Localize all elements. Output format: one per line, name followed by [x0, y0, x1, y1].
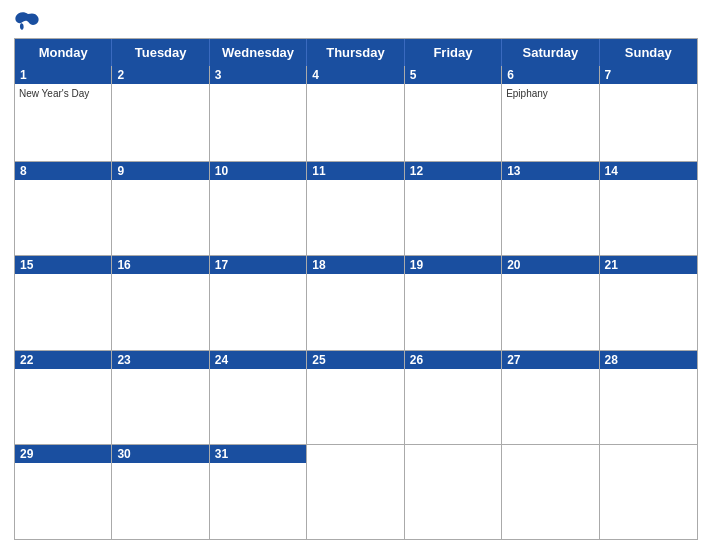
cell-number: 17	[210, 256, 306, 274]
calendar-cell: 4	[307, 66, 404, 161]
calendar-cell: 10	[210, 162, 307, 256]
calendar-cell: 19	[405, 256, 502, 350]
calendar-week-2: 891011121314	[15, 161, 697, 256]
calendar-cell: 7	[600, 66, 697, 161]
calendar-cell: 12	[405, 162, 502, 256]
calendar-cell	[600, 445, 697, 539]
cell-number: 7	[600, 66, 697, 84]
header-day-saturday: Saturday	[502, 39, 599, 66]
calendar-cell: 18	[307, 256, 404, 350]
cell-number: 28	[600, 351, 697, 369]
cell-number: 4	[307, 66, 403, 84]
header-day-friday: Friday	[405, 39, 502, 66]
calendar-cell: 30	[112, 445, 209, 539]
calendar-cell: 17	[210, 256, 307, 350]
header	[14, 10, 698, 32]
cell-number: 12	[405, 162, 501, 180]
cell-number: 22	[15, 351, 111, 369]
calendar-cell: 21	[600, 256, 697, 350]
cell-holiday: New Year's Day	[15, 86, 111, 101]
calendar-cell: 31	[210, 445, 307, 539]
calendar-cell: 28	[600, 351, 697, 445]
logo-bird-icon	[14, 10, 42, 32]
cell-holiday: Epiphany	[502, 86, 598, 101]
cell-number: 26	[405, 351, 501, 369]
cell-number: 20	[502, 256, 598, 274]
cell-number: 16	[112, 256, 208, 274]
calendar-body: 1New Year's Day23456Epiphany789101112131…	[15, 66, 697, 539]
cell-number: 10	[210, 162, 306, 180]
header-day-monday: Monday	[15, 39, 112, 66]
cell-number: 31	[210, 445, 306, 463]
cell-number: 23	[112, 351, 208, 369]
cell-number	[600, 445, 697, 449]
cell-number: 8	[15, 162, 111, 180]
calendar-cell: 14	[600, 162, 697, 256]
calendar-cell: 5	[405, 66, 502, 161]
logo	[14, 10, 46, 32]
header-day-sunday: Sunday	[600, 39, 697, 66]
calendar-cell: 29	[15, 445, 112, 539]
calendar-cell: 16	[112, 256, 209, 350]
cell-number: 11	[307, 162, 403, 180]
calendar-cell: 3	[210, 66, 307, 161]
header-day-tuesday: Tuesday	[112, 39, 209, 66]
calendar-cell: 27	[502, 351, 599, 445]
cell-number: 21	[600, 256, 697, 274]
cell-number: 13	[502, 162, 598, 180]
calendar-cell: 13	[502, 162, 599, 256]
calendar-cell: 25	[307, 351, 404, 445]
cell-number	[307, 445, 403, 449]
calendar-cell: 15	[15, 256, 112, 350]
cell-number: 15	[15, 256, 111, 274]
calendar: MondayTuesdayWednesdayThursdayFridaySatu…	[14, 38, 698, 540]
header-day-wednesday: Wednesday	[210, 39, 307, 66]
cell-number: 19	[405, 256, 501, 274]
calendar-cell	[307, 445, 404, 539]
cell-number: 1	[15, 66, 111, 84]
calendar-cell	[405, 445, 502, 539]
page: MondayTuesdayWednesdayThursdayFridaySatu…	[0, 0, 712, 550]
calendar-cell: 22	[15, 351, 112, 445]
calendar-week-5: 293031	[15, 444, 697, 539]
calendar-week-4: 22232425262728	[15, 350, 697, 445]
cell-number: 5	[405, 66, 501, 84]
calendar-week-3: 15161718192021	[15, 255, 697, 350]
calendar-cell	[502, 445, 599, 539]
cell-number: 2	[112, 66, 208, 84]
cell-number: 6	[502, 66, 598, 84]
calendar-header: MondayTuesdayWednesdayThursdayFridaySatu…	[15, 39, 697, 66]
calendar-cell: 9	[112, 162, 209, 256]
cell-number	[502, 445, 598, 449]
cell-number: 3	[210, 66, 306, 84]
calendar-cell: 8	[15, 162, 112, 256]
cell-number: 30	[112, 445, 208, 463]
calendar-cell: 26	[405, 351, 502, 445]
calendar-cell: 11	[307, 162, 404, 256]
cell-number: 29	[15, 445, 111, 463]
cell-number: 27	[502, 351, 598, 369]
calendar-cell: 6Epiphany	[502, 66, 599, 161]
calendar-cell: 23	[112, 351, 209, 445]
calendar-cell: 20	[502, 256, 599, 350]
calendar-cell: 1New Year's Day	[15, 66, 112, 161]
calendar-cell: 24	[210, 351, 307, 445]
calendar-week-1: 1New Year's Day23456Epiphany7	[15, 66, 697, 161]
cell-number: 14	[600, 162, 697, 180]
header-day-thursday: Thursday	[307, 39, 404, 66]
calendar-cell: 2	[112, 66, 209, 161]
cell-number: 18	[307, 256, 403, 274]
cell-number	[405, 445, 501, 449]
cell-number: 24	[210, 351, 306, 369]
cell-number: 25	[307, 351, 403, 369]
cell-number: 9	[112, 162, 208, 180]
